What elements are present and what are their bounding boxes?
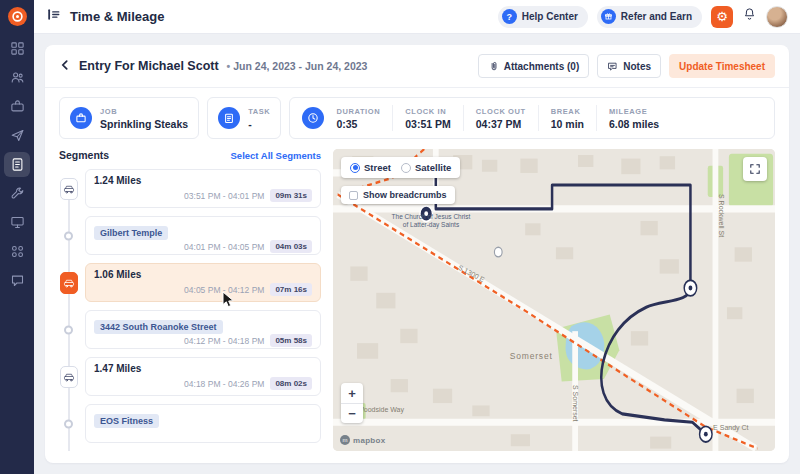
stat-mileage: MILEAGE6.08 miles <box>609 107 659 130</box>
car-icon-active <box>60 272 78 294</box>
fullscreen-button[interactable] <box>743 157 767 181</box>
team-icon <box>10 70 25 85</box>
select-all-segments-link[interactable]: Select All Segments <box>231 150 321 161</box>
page-title: Time & Mileage <box>70 9 164 24</box>
help-center-label: Help Center <box>522 11 578 22</box>
attachments-button[interactable]: Attachments (0) <box>478 54 590 78</box>
app-logo[interactable] <box>8 7 27 26</box>
segment-card-stop[interactable]: Gilbert Temple 04:01 PM - 04:05 PM04m 03… <box>85 216 321 255</box>
radio-selected-icon <box>350 163 360 173</box>
sidebar-item-devices[interactable] <box>4 210 30 235</box>
stop-marker-east <box>684 280 696 296</box>
show-breadcrumbs-checkbox[interactable]: Show breadcrumbs <box>341 186 455 204</box>
stat-break: BREAK10 min <box>551 107 584 130</box>
wrench-icon <box>10 186 25 201</box>
stop-marker-south <box>700 426 712 442</box>
map-panel: The Church of Jesus Christ of Latter-day… <box>333 149 775 451</box>
segment-card-stop[interactable]: EOS Fitness <box>85 404 321 443</box>
segment-row-4: 3442 South Roanoke Street 04:12 PM - 04:… <box>85 310 321 349</box>
topbar: Time & Mileage ? Help Center Refer and E… <box>34 0 800 34</box>
duration-badge: 04m 03s <box>270 240 312 253</box>
refer-earn-button[interactable]: Refer and Earn <box>597 6 702 28</box>
task-label: TASK <box>248 107 270 116</box>
notifications-button[interactable] <box>742 7 757 26</box>
sidebar-item-tools[interactable] <box>4 181 30 206</box>
settings-button[interactable]: ⚙ <box>711 6 733 28</box>
segment-row-3-selected: 1.06 Miles 04:05 PM - 04:12 PM07m 16s <box>85 263 321 302</box>
checkbox-icon <box>349 191 358 200</box>
radio-icon <box>401 163 411 173</box>
app-window: Time & Mileage ? Help Center Refer and E… <box>0 0 800 474</box>
help-center-button[interactable]: ? Help Center <box>498 6 588 28</box>
entry-title: Entry For Michael Scott <box>79 59 219 73</box>
segment-row-2: Gilbert Temple 04:01 PM - 04:05 PM04m 03… <box>85 216 321 255</box>
job-value: Sprinkling Steaks <box>100 118 188 130</box>
sidebar-item-team[interactable] <box>4 65 30 90</box>
duration-badge: 05m 58s <box>270 334 312 347</box>
sidebar-item-dispatch[interactable] <box>4 123 30 148</box>
user-avatar[interactable] <box>766 6 788 28</box>
sidebar-rail <box>0 0 34 474</box>
location-chip: 3442 South Roanoke Street <box>94 320 223 334</box>
stop-marker-church <box>420 206 432 222</box>
stat-clock-out: CLOCK OUT04:37 PM <box>476 107 526 130</box>
sidebar-item-support[interactable] <box>4 268 30 293</box>
attachments-label: Attachments (0) <box>504 61 580 72</box>
zoom-out-button[interactable]: − <box>341 403 363 423</box>
sidebar-item-apps[interactable] <box>4 239 30 264</box>
stat-duration: DURATION0:35 <box>336 107 380 130</box>
stat-clock-in: CLOCK IN03:51 PM <box>405 107 451 130</box>
fullscreen-icon <box>749 163 761 175</box>
segment-card-stop[interactable]: 3442 South Roanoke Street 04:12 PM - 04:… <box>85 310 321 349</box>
segment-card-drive-highlighted[interactable]: 1.06 Miles 04:05 PM - 04:12 PM07m 16s <box>85 263 321 302</box>
satellite-radio[interactable]: Satellite <box>401 162 451 173</box>
sidebar-item-timesheets[interactable] <box>4 152 30 177</box>
task-value: - <box>248 118 270 130</box>
duration-badge: 07m 16s <box>270 283 312 296</box>
stop-dot-icon <box>64 231 73 240</box>
location-chip: EOS Fitness <box>94 414 159 428</box>
segment-card-drive[interactable]: 1.24 Miles 03:51 PM - 04:01 PM09m 31s <box>85 169 321 208</box>
street-radio[interactable]: Street <box>350 162 391 173</box>
zoom-in-button[interactable]: + <box>341 383 363 403</box>
monitor-icon <box>10 215 25 230</box>
mapbox-logo: m mapbox <box>340 435 385 445</box>
help-icon: ? <box>502 9 517 24</box>
job-briefcase-icon <box>70 107 92 129</box>
map-layer-toggle: Street Satellite <box>341 157 460 178</box>
summary-strip: JOB Sprinkling Steaks TASK - DURATION0:3… <box>45 88 789 139</box>
sidebar-item-jobs[interactable] <box>4 94 30 119</box>
job-card: JOB Sprinkling Steaks <box>59 97 199 139</box>
send-icon <box>10 128 25 143</box>
update-timesheet-label: Update Timesheet <box>679 61 765 72</box>
apps-icon <box>10 244 25 259</box>
segment-row-1: 1.24 Miles 03:51 PM - 04:01 PM09m 31s <box>85 169 321 208</box>
timesheet-entry-card: Entry For Michael Scott Jun 24, 2023 - J… <box>45 45 789 463</box>
chat-icon <box>10 273 25 288</box>
refer-earn-label: Refer and Earn <box>621 11 692 22</box>
bell-icon <box>742 7 757 22</box>
dashboard-icon <box>10 41 25 56</box>
paperclip-icon <box>488 61 499 72</box>
entry-date-range: Jun 24, 2023 - Jun 24, 2023 <box>227 60 368 72</box>
segments-list: 1.24 Miles 03:51 PM - 04:01 PM09m 31s Gi… <box>59 169 321 451</box>
timeline-connector <box>68 179 70 451</box>
notes-button[interactable]: Notes <box>597 54 661 78</box>
job-label: JOB <box>100 107 188 116</box>
notes-icon <box>607 61 618 72</box>
segment-card-drive[interactable]: 1.47 Miles 04:18 PM - 04:26 PM08m 02s <box>85 357 321 396</box>
duration-badge: 08m 02s <box>270 377 312 390</box>
car-icon <box>60 178 78 200</box>
segments-panel: Segments Select All Segments 1.24 Miles … <box>59 149 321 451</box>
sidebar-item-dashboard[interactable] <box>4 36 30 61</box>
update-timesheet-button[interactable]: Update Timesheet <box>669 54 775 78</box>
stop-dot-icon <box>64 419 73 428</box>
notes-label: Notes <box>623 61 651 72</box>
segment-row-6-clipped: EOS Fitness <box>85 404 321 443</box>
segment-row-5: 1.47 Miles 04:18 PM - 04:26 PM08m 02s <box>85 357 321 396</box>
sidebar-collapse-icon[interactable] <box>46 7 61 26</box>
back-button[interactable] <box>59 57 71 75</box>
mapbox-icon: m <box>340 435 350 445</box>
stop-dot-icon <box>64 325 73 334</box>
task-card: TASK - <box>207 97 281 139</box>
